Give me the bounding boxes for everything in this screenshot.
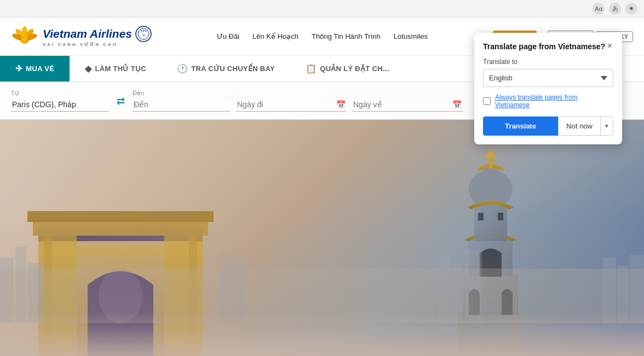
always-translate-row: Always translate pages from Vietnamese: [483, 94, 613, 109]
popup-close-button[interactable]: ×: [606, 42, 613, 50]
clock-icon: 🕐: [177, 63, 188, 74]
nav-link-journey[interactable]: Thông Tin Hành Trình: [306, 30, 386, 43]
from-field: Từ: [11, 90, 109, 112]
swap-button[interactable]: ⇄: [114, 93, 127, 109]
browser-chrome: Aα あ ★: [0, 0, 644, 17]
from-input[interactable]: [11, 98, 109, 112]
not-now-button[interactable]: Not now: [559, 117, 600, 135]
logo-area: Vietnam Airlines ★★★ VA SÀI CÁNH VƯƠN CA…: [11, 23, 152, 50]
diamond-icon: ◆: [85, 63, 91, 74]
depart-date-field[interactable]: 📅: [236, 98, 347, 112]
calendar-icon-return: 📅: [452, 100, 462, 109]
translate-popup: Translate page from Vietnamese? × Transl…: [474, 33, 622, 144]
to-label: Đến: [133, 90, 231, 97]
always-translate-label: Always translate pages from Vietnamese: [495, 94, 613, 109]
translate-to-label: Translate to: [483, 58, 613, 66]
main-nav: Ưu Đãi Lên Kế Hoạch Thông Tin Hành Trình…: [211, 30, 433, 43]
not-now-dropdown[interactable]: ▾: [600, 117, 613, 135]
svg-point-40: [21, 35, 28, 42]
translate-button[interactable]: Translate: [483, 116, 558, 136]
depart-input[interactable]: [237, 100, 333, 109]
clipboard-icon: 📋: [306, 63, 317, 74]
nav-link-lotus[interactable]: Lotusmiles: [388, 30, 433, 43]
logo-brand-name: Vietnam Airlines: [43, 27, 132, 40]
svg-text:VA: VA: [142, 34, 145, 37]
always-translate-checkbox[interactable]: [483, 97, 491, 105]
tab-manage-booking[interactable]: 📋 QUẢN LÝ ĐẶT CH...: [290, 56, 405, 81]
to-input[interactable]: [133, 98, 231, 112]
browser-icon-bookmark[interactable]: ★: [625, 3, 637, 15]
return-input[interactable]: [353, 100, 449, 109]
popup-header: Translate page from Vietnamese? ×: [483, 42, 613, 51]
website-container: Vietnam Airlines ★★★ VA SÀI CÁNH VƯƠN CA…: [0, 17, 644, 356]
return-field: 📅: [352, 98, 463, 112]
plane-icon: ✈: [15, 63, 22, 74]
tab-flight-search[interactable]: 🕐 TRA CỨU CHUYẾN BAY: [162, 56, 290, 81]
to-field: Đến: [133, 90, 231, 112]
browser-icon-font[interactable]: Aα: [593, 3, 605, 15]
nav-link-deals[interactable]: Ưu Đãi: [211, 30, 245, 43]
from-label: Từ: [11, 90, 109, 97]
logo-emblem: ★★★ VA: [135, 26, 152, 42]
logo-text: Vietnam Airlines ★★★ VA SÀI CÁNH VƯƠN CA…: [43, 26, 152, 47]
not-now-group: Not now ▾: [558, 116, 613, 136]
calendar-icon-depart: 📅: [336, 100, 346, 109]
depart-field: 📅: [236, 98, 347, 112]
popup-title: Translate page from Vietnamese?: [483, 42, 605, 51]
language-select[interactable]: English: [483, 69, 613, 87]
nav-link-plan[interactable]: Lên Kế Hoạch: [247, 30, 304, 43]
popup-actions: Translate Not now ▾: [483, 116, 613, 136]
tab-check-in[interactable]: ◆ LÀM THỦ TỤC: [70, 56, 162, 81]
logo-tagline: SÀI CÁNH VƯƠN CAO: [43, 42, 152, 47]
return-date-field[interactable]: 📅: [352, 98, 463, 112]
browser-icon-translate[interactable]: あ: [609, 3, 621, 15]
vietnam-airlines-logo-icon: [11, 23, 38, 50]
svg-text:★★★: ★★★: [140, 29, 147, 32]
tab-buy-ticket[interactable]: ✈ MUA VÉ: [0, 56, 70, 81]
